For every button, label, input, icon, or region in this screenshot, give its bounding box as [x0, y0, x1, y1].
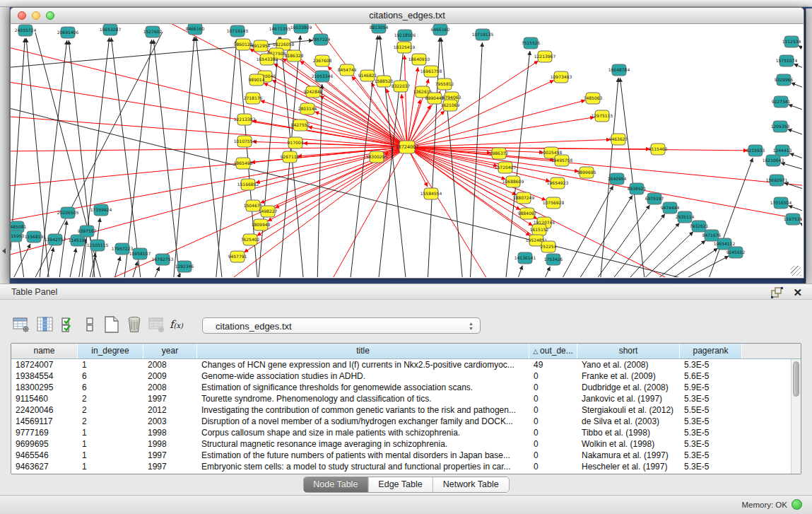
network-node[interactable]: 16648784	[608, 64, 630, 76]
network-node[interactable]: 8322037	[392, 81, 411, 92]
network-node[interactable]: 20691406	[57, 27, 79, 38]
column-header-short[interactable]: short	[577, 344, 680, 358]
network-node[interactable]: 8938921	[628, 183, 647, 194]
network-node[interactable]: 8813054	[370, 24, 389, 33]
network-node[interactable]: 10719135	[472, 29, 494, 40]
network-node[interactable]: 10688609	[502, 176, 524, 187]
network-node[interactable]: 7986372	[490, 148, 509, 159]
network-node[interactable]: 9115460	[649, 144, 668, 155]
vertical-scrollbar[interactable]	[791, 359, 801, 474]
network-node[interactable]: 10973493	[551, 71, 572, 83]
network-node[interactable]: 7485063	[584, 93, 603, 104]
network-node[interactable]: 7625402	[241, 234, 260, 245]
network-node[interactable]: 1527602	[143, 26, 163, 37]
network-node[interactable]: 9245652	[726, 247, 746, 258]
memory-ok-icon[interactable]	[792, 499, 802, 510]
tab-edge-table[interactable]: Edge Table	[367, 477, 432, 492]
network-node[interactable]: 1588520	[375, 76, 394, 87]
show-columns-icon[interactable]	[37, 316, 54, 333]
network-node[interactable]: 8912954	[252, 40, 271, 52]
network-node[interactable]: 9899695	[577, 167, 596, 178]
network-node[interactable]: 9457791	[228, 251, 247, 262]
table-row[interactable]: 977716911998Corpus callosum shape and si…	[11, 427, 801, 438]
network-node[interactable]: 14671355	[269, 24, 291, 35]
network-node[interactable]: 13942757	[45, 234, 66, 245]
network-node[interactable]: 15692971	[766, 175, 788, 186]
tab-node-table[interactable]: Node Table	[303, 477, 367, 492]
close-panel-icon[interactable]: ✕	[793, 286, 802, 298]
scrollbar-thumb[interactable]	[793, 361, 799, 397]
network-node[interactable]: 20206505	[57, 207, 79, 218]
float-panel-icon[interactable]	[771, 287, 783, 298]
network-node[interactable]: 2367608	[313, 55, 332, 66]
table-row[interactable]: 1830029562008Estimation of significance …	[11, 382, 801, 393]
adjacent-window-edge[interactable]	[806, 8, 812, 284]
network-node[interactable]: 16033809	[290, 24, 312, 33]
close-window-icon[interactable]	[18, 11, 26, 20]
row-height-icon[interactable]	[82, 316, 99, 333]
network-node[interactable]: 1640954	[608, 173, 627, 185]
network-node[interactable]: 1498227	[259, 206, 278, 217]
network-node[interactable]: 6466160	[431, 24, 450, 35]
network-node[interactable]: 15751074	[776, 55, 798, 66]
network-canvas[interactable]: 1872400724055724206914061065328715276028…	[11, 24, 802, 277]
window-resize-grip[interactable]	[791, 266, 801, 276]
network-node[interactable]: 6979197	[645, 193, 664, 204]
network-node[interactable]: 1112534	[782, 36, 801, 47]
network-node[interactable]: 8215933	[746, 145, 765, 156]
network-node[interactable]: 1753426	[544, 254, 563, 265]
network-node[interactable]: 18325419	[394, 42, 416, 53]
network-node[interactable]: 2803144	[298, 103, 317, 115]
network-node[interactable]: 16961758	[420, 66, 442, 77]
network-node[interactable]: 14136141	[514, 252, 536, 264]
table-row[interactable]: 969969511998Structural magnetic resonanc…	[11, 438, 801, 450]
table-chooser-dropdown[interactable]: citations_edges.txt ▲▼	[202, 317, 481, 334]
select-columns-icon[interactable]	[61, 316, 78, 333]
network-node[interactable]: 10719145	[227, 25, 249, 37]
collapse-arrow-icon[interactable]	[2, 248, 6, 254]
network-node[interactable]: 10107554	[234, 136, 256, 147]
column-header-out_de[interactable]: △out_de...	[529, 344, 577, 358]
network-node[interactable]: 10653287	[100, 24, 122, 35]
network-node[interactable]: 9242848	[304, 86, 323, 98]
split-pane-divider[interactable]	[0, 7, 10, 284]
network-node[interactable]: 252254	[541, 241, 557, 252]
minimize-window-icon[interactable]	[32, 11, 40, 20]
network-node[interactable]: 7857224	[312, 34, 331, 45]
table-row[interactable]: 1938455462009Genome-wide association stu…	[11, 370, 801, 382]
network-node[interactable]: 17359924	[90, 204, 112, 216]
table-row[interactable]: 1872400712008Changes of HCN gene express…	[11, 359, 801, 370]
network-node[interactable]: 16782753	[152, 254, 174, 265]
function-builder-icon[interactable]: f(x)	[170, 316, 194, 333]
table-row[interactable]: 946554611997Estimation of the future num…	[11, 450, 801, 461]
table-row[interactable]: 946362711997Embryonic stem cells: a mode…	[11, 461, 801, 472]
network-node[interactable]: 1615152	[530, 224, 549, 235]
network-node[interactable]: 17016504	[770, 197, 792, 209]
network-node[interactable]: 8427552	[291, 119, 310, 131]
network-window-titlebar[interactable]: citations_edges.txt	[11, 8, 804, 24]
network-node[interactable]: 1167531	[784, 214, 802, 225]
network-node[interactable]: 10756928	[543, 197, 565, 209]
delete-table-icon[interactable]	[126, 316, 143, 333]
network-node[interactable]: 9884067	[518, 208, 537, 219]
network-node[interactable]: 7955812	[435, 78, 454, 90]
network-node[interactable]: 1621069	[441, 100, 460, 111]
network-node[interactable]: 15584554	[420, 188, 442, 199]
network-node[interactable]: 9267110	[281, 151, 300, 163]
network-node[interactable]: 1809948	[252, 219, 271, 230]
network-node[interactable]: 18640910	[408, 54, 430, 65]
network-node[interactable]: 12213967	[534, 51, 556, 62]
column-header-year[interactable]: year	[143, 344, 197, 358]
column-header-title[interactable]: title	[197, 344, 529, 358]
network-node[interactable]: 12975115	[592, 110, 613, 122]
network-node[interactable]: 9860128	[234, 39, 253, 50]
tab-network-table[interactable]: Network Table	[433, 477, 509, 492]
column-header-pagerank[interactable]: pagerank	[680, 344, 742, 358]
network-node[interactable]: 8466160	[186, 24, 205, 35]
column-header-name[interactable]: name	[11, 344, 78, 358]
network-node[interactable]: 917004	[288, 137, 304, 148]
network-node[interactable]: 1865498	[234, 158, 253, 169]
network-node[interactable]: 12505115	[87, 240, 109, 251]
network-node[interactable]: 9329966	[775, 74, 794, 86]
network-node[interactable]: 8186328	[285, 50, 304, 62]
